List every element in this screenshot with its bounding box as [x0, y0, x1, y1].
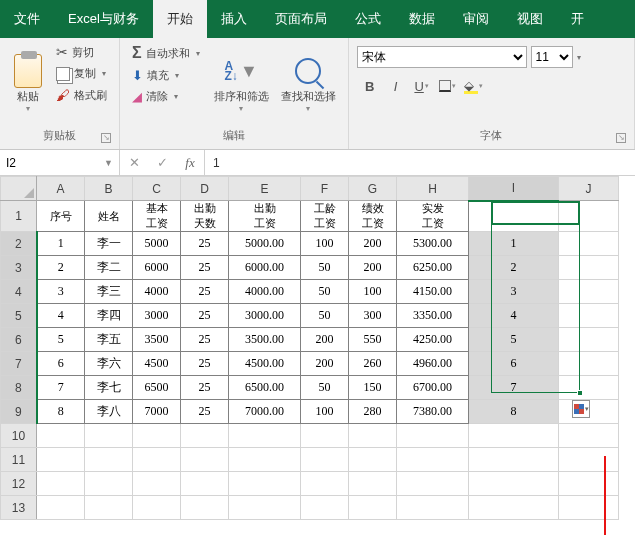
cell[interactable]: 李二 — [85, 256, 133, 280]
cell[interactable]: 4000 — [133, 280, 181, 304]
cell[interactable] — [559, 328, 619, 352]
cancel-formula-button[interactable]: ✕ — [120, 155, 148, 170]
cell[interactable] — [133, 424, 181, 448]
paste-button[interactable]: 粘贴 ▾ — [8, 42, 48, 126]
cell[interactable]: 4960.00 — [397, 352, 469, 376]
cell[interactable]: 200 — [349, 256, 397, 280]
tab-custom[interactable]: Excel与财务 — [54, 0, 153, 38]
col-header-D[interactable]: D — [181, 177, 229, 201]
cell[interactable]: 50 — [301, 304, 349, 328]
tab-home[interactable]: 开始 — [153, 0, 207, 38]
tab-layout[interactable]: 页面布局 — [261, 0, 341, 38]
cell[interactable]: 2 — [469, 256, 559, 280]
fill-handle[interactable] — [577, 390, 583, 396]
col-header-E[interactable]: E — [229, 177, 301, 201]
cell[interactable]: 6500.00 — [229, 376, 301, 400]
tab-open[interactable]: 开 — [557, 0, 598, 38]
cell[interactable]: 李四 — [85, 304, 133, 328]
sort-filter-button[interactable]: AZ↓▼ 排序和筛选 ▾ — [210, 42, 273, 126]
cell[interactable]: 25 — [181, 280, 229, 304]
cell[interactable]: 7380.00 — [397, 400, 469, 424]
cell[interactable] — [85, 472, 133, 496]
cell[interactable] — [229, 472, 301, 496]
col-header-H[interactable]: H — [397, 177, 469, 201]
confirm-formula-button[interactable]: ✓ — [148, 155, 176, 170]
cell[interactable] — [559, 232, 619, 256]
cell[interactable] — [559, 424, 619, 448]
cell[interactable]: 7 — [37, 376, 85, 400]
row-header-5[interactable]: 5 — [1, 304, 37, 328]
autosum-button[interactable]: Σ自动求和▾ — [128, 42, 204, 64]
cell[interactable]: 3 — [469, 280, 559, 304]
cell[interactable]: 李一 — [85, 232, 133, 256]
col-header-B[interactable]: B — [85, 177, 133, 201]
row-header-8[interactable]: 8 — [1, 376, 37, 400]
cell[interactable] — [397, 472, 469, 496]
autofill-options-button[interactable]: ▾ — [572, 400, 590, 418]
cell[interactable]: 李七 — [85, 376, 133, 400]
cell[interactable] — [469, 496, 559, 520]
cell[interactable]: 7 — [469, 376, 559, 400]
tab-formula[interactable]: 公式 — [341, 0, 395, 38]
cell[interactable]: 260 — [349, 352, 397, 376]
name-box[interactable]: I2▼ — [0, 150, 120, 175]
cell[interactable]: 100 — [301, 232, 349, 256]
cell[interactable] — [301, 424, 349, 448]
cell[interactable]: 150 — [349, 376, 397, 400]
cell[interactable]: 100 — [349, 280, 397, 304]
worksheet-grid[interactable]: ABCDEFGHIJ1序号姓名基本工资出勤天数出勤工资工龄工资绩效工资实发工资2… — [0, 176, 635, 535]
cell[interactable] — [469, 201, 559, 232]
cell[interactable]: 8 — [469, 400, 559, 424]
fill-button[interactable]: ⬇填充▾ — [128, 66, 204, 85]
cell[interactable]: 25 — [181, 232, 229, 256]
row-header-6[interactable]: 6 — [1, 328, 37, 352]
cell[interactable]: 6 — [469, 352, 559, 376]
cell[interactable]: 李三 — [85, 280, 133, 304]
cell[interactable]: 李五 — [85, 328, 133, 352]
row-header-2[interactable]: 2 — [1, 232, 37, 256]
bold-button[interactable]: B — [357, 74, 383, 98]
cell[interactable] — [349, 472, 397, 496]
cell[interactable] — [181, 472, 229, 496]
cell[interactable]: 25 — [181, 304, 229, 328]
cell[interactable]: 姓名 — [85, 201, 133, 232]
cell[interactable]: 50 — [301, 256, 349, 280]
fill-color-button[interactable]: ⬙▾ — [461, 74, 487, 98]
cell[interactable] — [85, 448, 133, 472]
col-header-G[interactable]: G — [349, 177, 397, 201]
clear-button[interactable]: ◢清除▾ — [128, 87, 204, 106]
cell[interactable]: 绩效工资 — [349, 201, 397, 232]
cell[interactable]: 25 — [181, 376, 229, 400]
cell[interactable] — [85, 424, 133, 448]
cell[interactable]: 25 — [181, 400, 229, 424]
cell[interactable] — [229, 448, 301, 472]
cell[interactable]: 50 — [301, 280, 349, 304]
cell[interactable] — [301, 496, 349, 520]
cell[interactable] — [133, 448, 181, 472]
tab-review[interactable]: 审阅 — [449, 0, 503, 38]
row-header-1[interactable]: 1 — [1, 201, 37, 232]
cell[interactable]: 6250.00 — [397, 256, 469, 280]
cell[interactable]: 出勤天数 — [181, 201, 229, 232]
cell[interactable] — [397, 496, 469, 520]
cell[interactable] — [559, 304, 619, 328]
border-button[interactable]: ▾ — [435, 74, 461, 98]
select-all-corner[interactable] — [1, 177, 37, 201]
cell[interactable]: 3500.00 — [229, 328, 301, 352]
font-size-select[interactable]: 11 — [531, 46, 573, 68]
cell[interactable] — [301, 448, 349, 472]
cell[interactable]: 2 — [37, 256, 85, 280]
row-header-13[interactable]: 13 — [1, 496, 37, 520]
cell[interactable]: 6000.00 — [229, 256, 301, 280]
cell[interactable]: 5000.00 — [229, 232, 301, 256]
cell[interactable] — [37, 424, 85, 448]
cell[interactable] — [559, 256, 619, 280]
cell[interactable]: 25 — [181, 328, 229, 352]
italic-button[interactable]: I — [383, 74, 409, 98]
cell[interactable]: 李八 — [85, 400, 133, 424]
cell[interactable]: 1 — [37, 232, 85, 256]
cell[interactable]: 100 — [301, 400, 349, 424]
cell[interactable] — [559, 352, 619, 376]
cell[interactable]: 200 — [349, 232, 397, 256]
cell[interactable]: 序号 — [37, 201, 85, 232]
